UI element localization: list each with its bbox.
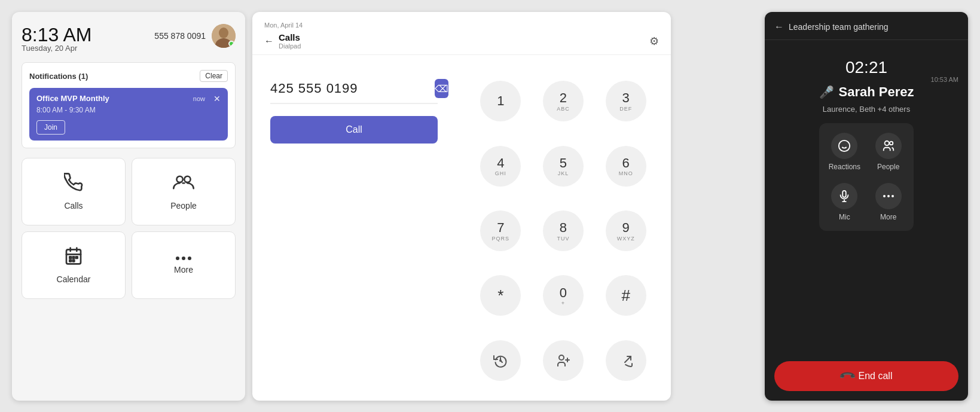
end-call-button[interactable]: 📞 End call [774,361,958,391]
call-button[interactable]: Call [270,116,438,144]
end-call-icon: 📞 [838,367,856,385]
calendar-label: Calendar [57,274,91,284]
reactions-icon [831,133,857,159]
phone-input[interactable] [270,81,435,96]
more-label: More [880,213,896,221]
people-icon [173,173,194,196]
key-8[interactable]: 8 TUV [543,210,584,251]
key-0[interactable]: 0 + [543,275,584,316]
key-6[interactable]: 6 MNO [606,146,646,187]
svg-rect-11 [76,257,78,258]
home-header-right: 555 878 0091 [154,24,236,48]
more-control[interactable]: More [872,183,904,221]
key-star[interactable]: * [480,275,521,316]
svg-point-21 [884,141,889,145]
calls-icon [64,173,83,196]
svg-rect-10 [73,257,75,258]
svg-rect-23 [843,191,847,197]
settings-icon[interactable]: ⚙ [649,35,659,48]
screen-home: 8:13 AM Tuesday, 20 Apr 555 878 0091 Not… [12,12,245,401]
back-arrow-icon[interactable]: ← [264,36,274,47]
online-indicator [228,41,234,47]
tile-more[interactable]: More [132,231,236,299]
contacts-icon-button[interactable] [543,340,584,381]
svg-rect-12 [69,260,71,262]
call-main: 02:21 🎤 Sarah Perez Laurence, Beth +4 ot… [765,40,968,361]
mic-icon [831,183,857,209]
dialpad-header: Mon, April 14 ← Calls Dialpad ⚙ [252,12,671,55]
call-timer: 02:21 [845,58,887,77]
people-control[interactable]: People [872,133,904,171]
notif-header: Notifications (1) Clear [29,70,228,82]
dialpad-nav-left: ← Calls Dialpad [264,32,301,50]
call-controls: Reactions People [819,123,914,231]
call-timestamp: 10:53 AM [931,76,958,83]
dialpad-content: ⌫ Call 1 2 ABC 3 DEF [252,55,671,401]
dialpad-keypad: 1 2 ABC 3 DEF 4 GHI 5 JKL [456,55,671,401]
notif-title: Office MVP Monthly [36,94,109,103]
home-phone: 555 878 0091 [154,31,206,41]
notification-card: Office MVP Monthly now ✕ 8:00 AM - 9:30 … [29,88,228,141]
calendar-icon [64,246,83,270]
transfer-icon-button[interactable] [606,340,646,381]
key-5[interactable]: 5 JKL [543,146,584,187]
call-name: Sarah Perez [839,84,914,100]
home-header: 8:13 AM Tuesday, 20 Apr 555 878 0091 [22,24,236,53]
screen-dialpad: Mon, April 14 ← Calls Dialpad ⚙ ⌫ [252,12,671,401]
reactions-control[interactable]: Reactions [829,133,860,171]
dialpad-nav: ← Calls Dialpad ⚙ [264,32,659,50]
mic-control[interactable]: Mic [829,183,860,221]
mic-active-icon: 🎤 [819,85,834,99]
key-1[interactable]: 1 [480,81,521,121]
call-meeting-title: Leadership team gathering [789,22,889,32]
tile-calls[interactable]: Calls [22,158,126,225]
tile-people[interactable]: People [132,158,236,225]
svg-point-3 [176,176,182,182]
dialpad-title: Calls [279,32,301,42]
dialpad-title-group: Calls Dialpad [279,32,301,50]
phone-input-row: ⌫ [270,79,438,104]
reactions-label: Reactions [829,163,860,171]
key-7[interactable]: 7 PQRS [480,210,521,251]
people-label: People [877,163,899,171]
clear-button[interactable]: Clear [200,70,228,82]
notifications-section: Notifications (1) Clear Office MVP Month… [22,62,236,148]
notif-time: 8:00 AM - 9:30 AM [36,106,221,114]
call-header: ← Leadership team gathering [765,12,968,40]
key-4[interactable]: 4 GHI [480,146,521,187]
call-back-icon[interactable]: ← [774,22,784,32]
key-hash[interactable]: # [606,275,646,316]
close-icon[interactable]: ✕ [213,94,221,103]
key-2[interactable]: 2 ABC [543,81,584,121]
svg-rect-13 [73,260,75,262]
svg-rect-9 [69,257,71,258]
dialpad-input-area: ⌫ Call [252,55,456,401]
more-label: More [174,265,193,274]
svg-point-22 [890,142,893,145]
svg-point-18 [839,141,850,151]
call-participants: Laurence, Beth +4 others [823,105,910,114]
svg-point-15 [559,355,564,360]
notif-count: Notifications (1) [29,72,88,81]
call-name-row: 🎤 Sarah Perez [819,84,914,100]
delete-button[interactable]: ⌫ [435,79,448,98]
svg-point-4 [184,176,190,182]
notif-timestamp: now [193,95,205,102]
key-3[interactable]: 3 DEF [606,81,646,121]
mic-label: Mic [839,213,850,221]
join-button[interactable]: Join [36,120,65,135]
dialpad-subtitle: Dialpad [279,42,301,50]
screen-call: ← Leadership team gathering 02:21 🎤 Sara… [765,12,968,401]
notif-card-header: Office MVP Monthly now ✕ [36,94,221,103]
key-9[interactable]: 9 WXYZ [606,210,646,251]
people-icon [875,133,902,159]
people-label: People [170,201,197,210]
end-call-label: End call [859,371,893,382]
history-icon-button[interactable] [480,340,521,381]
avatar [212,24,236,48]
svg-point-1 [219,28,228,38]
tile-calendar[interactable]: Calendar [22,231,126,299]
more-dots-icon [176,257,191,260]
home-time: 8:13 AM [22,24,91,46]
calls-label: Calls [64,201,83,210]
